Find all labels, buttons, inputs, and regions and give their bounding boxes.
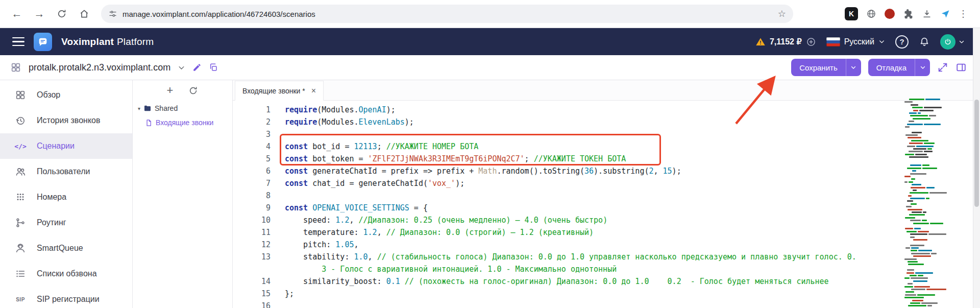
list-icon	[14, 268, 27, 279]
omnibox[interactable]: manage.voximplant.com/application/467246…	[101, 5, 793, 23]
sidebar-item-routing[interactable]: Роутинг	[0, 210, 132, 235]
tab-close-icon[interactable]: ×	[311, 86, 316, 96]
app-header: Voximplant Platform 7,1152 ₽ Русский ?	[0, 28, 980, 55]
apps-grid-icon[interactable]	[10, 62, 21, 73]
russia-flag-icon	[826, 37, 840, 46]
sidebar-item-scenarios[interactable]: </>Сценарии	[0, 133, 132, 159]
chevron-down-icon[interactable]	[178, 64, 185, 72]
code-lines[interactable]: 1require(Modules.OpenAI);2require(Module…	[233, 101, 898, 308]
application-name[interactable]: protalk.protalk2.n3.voximplant.com	[29, 62, 170, 73]
hamburger-menu-icon[interactable]	[12, 37, 24, 46]
history-icon	[14, 115, 27, 126]
sidebar-item-users[interactable]: Пользователи	[0, 159, 132, 184]
tree-file-incoming-calls[interactable]: Входящие звонки	[133, 116, 232, 129]
account-avatar	[940, 34, 955, 50]
code-line: 11 temperature: 1.2, // Диапазон: 0.0 (с…	[233, 226, 898, 239]
browser-menu-icon[interactable]: ⋮	[959, 8, 968, 19]
code-line: 4const bot_id = 12113; //УКАЖИТЕ НОМЕР Б…	[233, 140, 898, 153]
bookmark-star-icon[interactable]: ☆	[778, 8, 786, 19]
site-info-icon[interactable]	[108, 9, 117, 18]
brand-title: Voximplant Platform	[61, 36, 154, 48]
edit-pencil-icon[interactable]	[192, 63, 202, 72]
sidebar-item-call-lists[interactable]: Списки обзвона	[0, 261, 132, 287]
tree-file-label: Входящие звонки	[156, 119, 213, 127]
sidebar-nav: ОбзорИстория звонков</>СценарииПользоват…	[0, 80, 133, 308]
scrollbar-thumb[interactable]	[974, 100, 979, 207]
code-editor: Входящие звонки * × 1require(Modules.Ope…	[233, 80, 980, 308]
red-extension-icon[interactable]	[885, 9, 895, 19]
extensions-puzzle-icon[interactable]	[903, 9, 914, 19]
browser-home-icon[interactable]	[76, 5, 93, 22]
chevron-down-icon	[878, 38, 885, 45]
help-icon[interactable]: ?	[895, 35, 909, 49]
language-selector[interactable]: Русский	[826, 37, 885, 46]
sidebar-item-label: Списки обзвона	[37, 269, 97, 278]
browser-back-icon[interactable]: ←	[8, 5, 26, 22]
account-menu[interactable]	[940, 34, 965, 50]
add-scenario-icon[interactable]: +	[167, 85, 174, 96]
browser-forward-icon[interactable]: →	[31, 5, 48, 22]
code-line: 5const bot_token = 'ZFlF2TJjNWAk3R3IMEmT…	[233, 153, 898, 165]
sidebar-item-label: История звонков	[37, 116, 100, 125]
voximplant-logo	[34, 33, 52, 51]
line-number: 6	[233, 165, 271, 177]
code-icon: </>	[14, 143, 27, 150]
code-line: 6const generateChatId = prefix => prefix…	[233, 165, 898, 177]
sip-icon: SIP	[14, 297, 27, 302]
code-line: 15};	[233, 288, 898, 300]
code-line: 2require(Modules.ElevenLabs);	[233, 116, 898, 128]
line-number: 1	[233, 104, 271, 116]
code-line: 16	[233, 300, 898, 308]
sidebar-item-call-history[interactable]: История звонков	[0, 108, 132, 133]
sidebar-item-overview[interactable]: Обзор	[0, 82, 132, 108]
sidebar-item-label: SIP регистрации	[37, 295, 100, 304]
sidebar-item-smartqueue[interactable]: SmartQueue	[0, 235, 132, 261]
tree-folder-shared[interactable]: ▾ Shared	[133, 102, 232, 115]
scenario-file-tree: + ▾ Shared Входящие звонки	[133, 80, 233, 308]
page-scrollbar[interactable]	[973, 28, 980, 308]
line-number: 12	[233, 239, 271, 251]
line-number: 15	[233, 288, 271, 300]
brand-suffix: Platform	[117, 36, 154, 48]
refresh-tree-icon[interactable]	[188, 86, 198, 96]
sidebar-item-label: Номера	[37, 193, 66, 202]
fullscreen-expand-icon[interactable]	[937, 62, 948, 73]
copy-icon[interactable]	[209, 63, 218, 72]
tab-incoming-calls[interactable]: Входящие звонки * ×	[235, 81, 324, 101]
debug-options-caret[interactable]	[915, 59, 930, 76]
save-options-caret[interactable]	[846, 59, 861, 76]
code-line: 3	[233, 128, 898, 140]
warning-icon	[755, 37, 766, 47]
folder-icon	[143, 104, 152, 112]
line-number: 13	[233, 251, 271, 263]
sidebar-item-sip-registrations[interactable]: SIPSIP регистрации	[0, 287, 132, 308]
code-line: 10 speed: 1.2, //Диапазон: 0.25 (очень м…	[233, 214, 898, 226]
application-bar: protalk.protalk2.n3.voximplant.com Сохра…	[0, 55, 980, 80]
line-number: 4	[233, 140, 271, 153]
editor-minimap[interactable]	[904, 99, 948, 308]
browser-reload-icon[interactable]	[53, 5, 70, 22]
code-line: 1require(Modules.OpenAI);	[233, 104, 898, 116]
globe-extension-icon[interactable]	[866, 9, 876, 19]
grid-icon	[14, 89, 27, 101]
save-button[interactable]: Сохранить	[791, 59, 846, 76]
code-line: 7const chat_id = generateChatId('vox_');	[233, 177, 898, 189]
tree-folder-label: Shared	[155, 104, 178, 112]
telegram-plane-icon[interactable]	[940, 9, 950, 19]
save-split-button: Сохранить	[791, 59, 861, 76]
users-icon	[14, 166, 27, 177]
top-up-balance-icon[interactable]	[806, 37, 816, 47]
sidebar-item-numbers[interactable]: Номера	[0, 184, 132, 210]
debug-button[interactable]: Отладка	[868, 59, 915, 76]
downloads-icon[interactable]	[922, 9, 932, 19]
balance-amount: 7,1152 ₽	[770, 37, 802, 46]
line-number: 5	[233, 153, 271, 165]
notifications-bell-icon[interactable]	[919, 36, 930, 48]
brand-name: Voximplant	[61, 36, 114, 48]
side-panel-layout-icon[interactable]	[955, 62, 967, 73]
extension-k-icon[interactable]: K	[845, 7, 858, 20]
code-line: 8	[233, 189, 898, 202]
line-number: 9	[233, 202, 271, 214]
sidebar-item-label: Обзор	[37, 90, 60, 100]
main-area: ОбзорИстория звонков</>СценарииПользоват…	[0, 80, 980, 308]
